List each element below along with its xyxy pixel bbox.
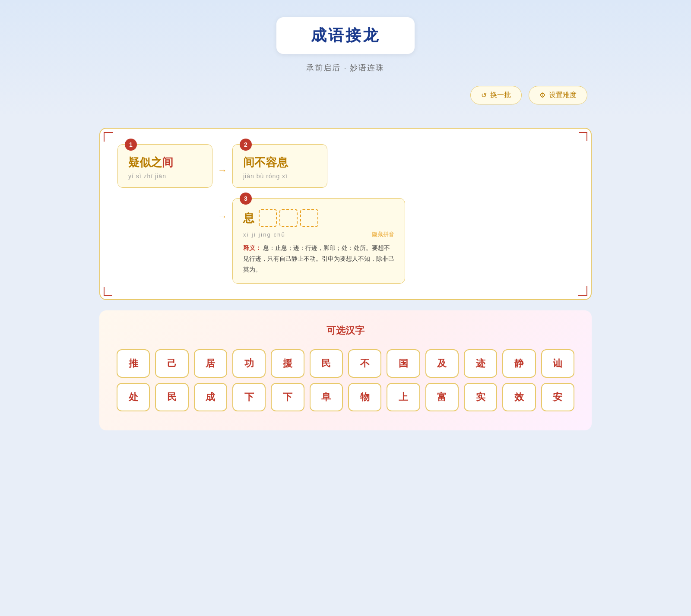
- step1-prefix: 疑似之: [128, 156, 162, 169]
- corner-tr: [579, 132, 587, 141]
- char-btn-row1-5[interactable]: 民: [310, 349, 343, 378]
- toolbar: ↺ 换一批 ⚙ 设置难度: [99, 86, 592, 104]
- selection-panel: 可选汉字 推己居功援民不国及迹静讪 处民成下下阜物上富实效安: [99, 310, 592, 430]
- definition-label: 释义：: [243, 244, 261, 251]
- char-btn-row1-4[interactable]: 援: [271, 349, 304, 378]
- char-grid-row1: 推己居功援民不国及迹静讪: [117, 349, 574, 378]
- header: 成语接龙 承前启后 · 妙语连珠 ↺ 换一批 ⚙ 设置难度: [0, 0, 691, 117]
- char-btn-row2-10[interactable]: 效: [502, 383, 536, 411]
- app-title: 成语接龙: [311, 25, 380, 46]
- char-btn-row1-11[interactable]: 讪: [541, 349, 574, 378]
- definition-text: 息：止息；迹：行迹，脚印；处：处所。要想不见行迹，只有自己静止不动。引申为要想人…: [243, 244, 394, 273]
- step2-badge: 2: [240, 139, 252, 151]
- step1-idiom: 疑似之间: [128, 155, 202, 170]
- step3-card: 3 息 xī jì jìng chǔ 隐藏拼音 释义： 息：止息；迹：行迹，脚印…: [232, 198, 405, 284]
- char-btn-row2-4[interactable]: 下: [271, 383, 304, 411]
- refresh-label: 换一批: [490, 91, 511, 100]
- char-btn-row2-11[interactable]: 安: [541, 383, 574, 411]
- given-char: 息: [243, 211, 254, 226]
- selection-title: 可选汉字: [117, 324, 574, 337]
- blank-box-1[interactable]: [259, 209, 277, 227]
- step1-card: 1 疑似之间 yí sì zhī jiān: [117, 144, 212, 188]
- char-btn-row2-1[interactable]: 民: [155, 383, 188, 411]
- char-btn-row2-2[interactable]: 成: [194, 383, 227, 411]
- game-panel: 1 疑似之间 yí sì zhī jiān → 2 间不容息 jiàn bù r…: [99, 128, 592, 300]
- arrow1: →: [218, 165, 227, 176]
- settings-label: 设置难度: [549, 91, 577, 100]
- char-btn-row1-8[interactable]: 及: [425, 349, 459, 378]
- char-btn-row1-0[interactable]: 推: [117, 349, 150, 378]
- char-btn-row2-9[interactable]: 实: [464, 383, 497, 411]
- blank-box-3[interactable]: [300, 209, 318, 227]
- game-row-bottom: → 3 息 xī jì jìng chǔ 隐藏拼音 释义: [117, 198, 574, 284]
- definition-area: 释义： 息：止息；迹：行迹，脚印；处：处所。要想不见行迹，只有自己静止不动。引申…: [243, 243, 394, 275]
- char-btn-row1-7[interactable]: 国: [387, 349, 420, 378]
- char-btn-row2-6[interactable]: 物: [348, 383, 381, 411]
- char-btn-row1-1[interactable]: 己: [155, 349, 188, 378]
- char-btn-row1-6[interactable]: 不: [348, 349, 381, 378]
- settings-icon: ⚙: [539, 91, 545, 99]
- answer-top: 息: [243, 209, 394, 227]
- char-grid-row2: 处民成下下阜物上富实效安: [117, 383, 574, 411]
- corner-br: [579, 287, 587, 296]
- arrow2: →: [218, 198, 227, 222]
- hide-pinyin-button[interactable]: 隐藏拼音: [372, 231, 394, 238]
- refresh-button[interactable]: ↺ 换一批: [470, 86, 522, 104]
- refresh-icon: ↺: [481, 91, 487, 99]
- char-btn-row2-7[interactable]: 上: [387, 383, 420, 411]
- blank-box-2[interactable]: [279, 209, 298, 227]
- char-btn-row2-3[interactable]: 下: [232, 383, 266, 411]
- step2-pinyin: jiàn bù róng xī: [243, 173, 317, 180]
- char-btn-row2-5[interactable]: 阜: [310, 383, 343, 411]
- char-btn-row1-3[interactable]: 功: [232, 349, 266, 378]
- step1-badge: 1: [125, 139, 137, 151]
- char-btn-row2-8[interactable]: 富: [425, 383, 459, 411]
- corner-tl: [104, 132, 112, 141]
- settings-button[interactable]: ⚙ 设置难度: [529, 86, 587, 104]
- step2-card: 2 间不容息 jiàn bù róng xī: [232, 144, 327, 188]
- pinyin-row: xī jì jìng chǔ 隐藏拼音: [243, 231, 394, 238]
- step1-pinyin: yí sì zhī jiān: [128, 173, 202, 180]
- title-box: 成语接龙: [276, 17, 415, 54]
- step3-pinyin: xī jì jìng chǔ: [243, 231, 285, 238]
- char-btn-row1-2[interactable]: 居: [194, 349, 227, 378]
- char-btn-row1-9[interactable]: 迹: [464, 349, 497, 378]
- main-content: 1 疑似之间 yí sì zhī jiān → 2 间不容息 jiàn bù r…: [99, 117, 592, 441]
- char-btn-row1-10[interactable]: 静: [502, 349, 536, 378]
- char-btn-row2-0[interactable]: 处: [117, 383, 150, 411]
- step2-idiom: 间不容息: [243, 155, 317, 170]
- subtitle: 承前启后 · 妙语连珠: [306, 63, 384, 73]
- blank-boxes: [259, 209, 318, 227]
- game-row-top: 1 疑似之间 yí sì zhī jiān → 2 间不容息 jiàn bù r…: [117, 144, 574, 188]
- step3-badge: 3: [240, 193, 252, 205]
- step1-highlight: 间: [162, 156, 173, 169]
- corner-bl: [104, 287, 112, 296]
